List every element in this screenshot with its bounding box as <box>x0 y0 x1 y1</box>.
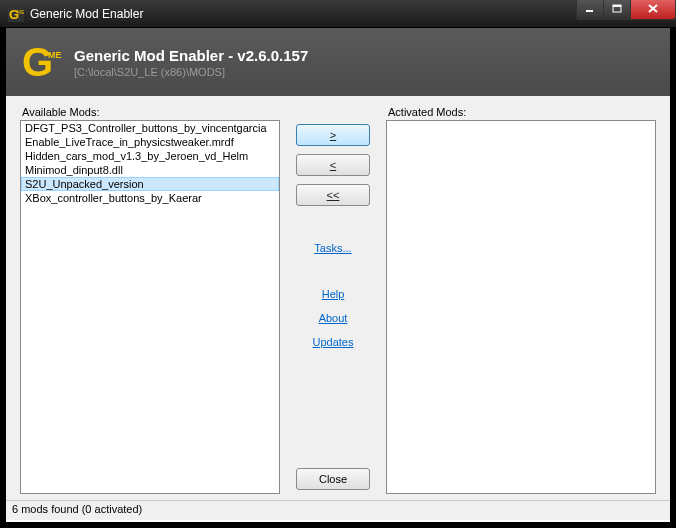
header-title: Generic Mod Enabler - v2.6.0.157 <box>74 47 308 64</box>
close-window-button[interactable] <box>630 0 676 20</box>
svg-text:ME: ME <box>48 50 62 60</box>
updates-link[interactable]: Updates <box>313 336 354 348</box>
activated-mods-list[interactable] <box>386 120 656 494</box>
minimize-button[interactable] <box>576 0 604 20</box>
list-item[interactable]: XBox_controller_buttons_by_Kaerar <box>21 191 279 205</box>
list-item[interactable]: Hidden_cars_mod_v1.3_by_Jeroen_vd_Helm <box>21 149 279 163</box>
about-link[interactable]: About <box>319 312 348 324</box>
window-controls <box>577 0 676 20</box>
titlebar-text: Generic Mod Enabler <box>30 7 577 21</box>
status-bar: 6 mods found (0 activated) <box>6 500 670 520</box>
header-path: [C:\local\S2U_LE (x86)\MODS] <box>74 66 308 78</box>
logo-icon: GME <box>22 42 62 82</box>
deactivate-button[interactable]: < <box>296 154 370 176</box>
activate-button[interactable]: > <box>296 124 370 146</box>
svg-text:ME: ME <box>17 9 24 15</box>
tasks-link[interactable]: Tasks... <box>314 242 351 254</box>
header: GME Generic Mod Enabler - v2.6.0.157 [C:… <box>6 28 670 96</box>
list-item[interactable]: Enable_LiveTrace_in_physicstweaker.mrdf <box>21 135 279 149</box>
list-item[interactable]: DFGT_PS3_Controller_buttons_by_vincentga… <box>21 121 279 135</box>
app-icon: GME <box>8 6 24 22</box>
list-item[interactable]: S2U_Unpacked_version <box>21 177 279 191</box>
middle-column: > < << Tasks... Help About Updates Close <box>280 106 386 494</box>
list-item[interactable]: Minimod_dinput8.dll <box>21 163 279 177</box>
maximize-button[interactable] <box>603 0 631 20</box>
available-mods-list[interactable]: DFGT_PS3_Controller_buttons_by_vincentga… <box>20 120 280 494</box>
window: GME Generic Mod Enabler GME Generic Mod … <box>0 0 676 528</box>
available-column: Available Mods: DFGT_PS3_Controller_butt… <box>20 106 280 494</box>
activated-label: Activated Mods: <box>388 106 656 118</box>
titlebar[interactable]: GME Generic Mod Enabler <box>0 0 676 28</box>
close-button[interactable]: Close <box>296 468 370 490</box>
deactivate-all-button[interactable]: << <box>296 184 370 206</box>
svg-text:G: G <box>22 42 53 82</box>
frame: GME Generic Mod Enabler - v2.6.0.157 [C:… <box>6 28 670 522</box>
activated-column: Activated Mods: <box>386 106 656 494</box>
help-link[interactable]: Help <box>322 288 345 300</box>
body: Available Mods: DFGT_PS3_Controller_butt… <box>6 96 670 500</box>
available-label: Available Mods: <box>22 106 280 118</box>
